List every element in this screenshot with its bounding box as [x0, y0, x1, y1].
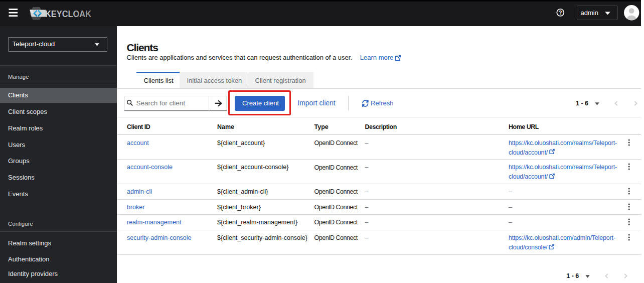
svg-text:?: ?	[559, 10, 562, 16]
svg-text:KEYCLOAK: KEYCLOAK	[45, 9, 92, 19]
